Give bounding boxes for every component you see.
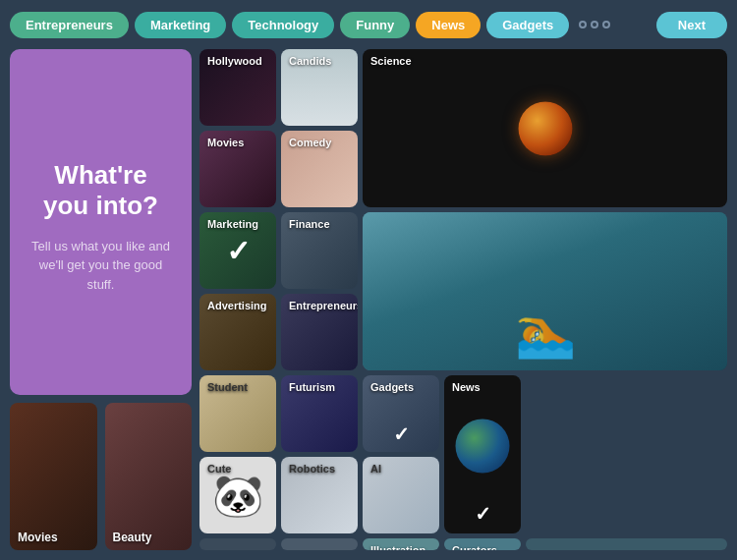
nav-dots <box>579 21 610 28</box>
card-science[interactable]: Science <box>363 49 727 207</box>
card-ai-label: AI <box>370 463 381 475</box>
card-student[interactable]: Student <box>199 375 276 452</box>
card-bottom-2[interactable] <box>281 538 358 550</box>
nav-pill-entrepreneurs[interactable]: Entrepreneurs <box>10 12 129 38</box>
bottom-left-cards: Movies Beauty <box>10 403 192 550</box>
card-marketing-label: Marketing <box>207 218 258 230</box>
card-candids-label: Candids <box>289 55 331 67</box>
card-entrepreneurs-label: Entrepreneurs <box>289 300 358 311</box>
card-movies-bottom[interactable]: Movies <box>10 403 97 550</box>
card-news-label: News <box>452 381 481 393</box>
nav-pill-news[interactable]: News <box>416 12 481 38</box>
card-curators[interactable]: Curators <box>444 538 521 550</box>
card-entrepreneurs[interactable]: Entrepreneurs <box>281 294 358 370</box>
nav-dot-2 <box>591 21 598 28</box>
grid-rows-3-4: Marketing ✓ Finance Fashion 🏊 Advertisin… <box>199 212 727 370</box>
gadgets-checkmark: ✓ <box>393 422 410 446</box>
intro-card: What're you into? Tell us what you like … <box>10 49 192 395</box>
card-fashion[interactable]: Fashion 🏊 <box>363 212 727 370</box>
card-bottom-5[interactable] <box>526 538 727 550</box>
card-beauty-label: Beauty <box>113 531 152 544</box>
card-illustration[interactable]: Illustration <box>363 538 439 550</box>
card-cute-label: Cute <box>207 463 231 475</box>
card-movies[interactable]: Movies <box>199 131 276 207</box>
top-navigation: Entrepreneurs Marketing Technology Funny… <box>0 0 737 49</box>
next-button[interactable]: Next <box>656 12 727 38</box>
grid-rows-1-2: Hollywood Candids Science Movies Comedy <box>199 49 727 207</box>
nav-pill-marketing[interactable]: Marketing <box>135 12 226 38</box>
card-finance[interactable]: Finance <box>281 212 358 289</box>
grid-row-bottom: Illustration Curators <box>199 538 727 550</box>
nav-pill-funny[interactable]: Funny <box>340 12 410 38</box>
card-illustration-label: Illustration <box>370 544 425 550</box>
main-content: What're you into? Tell us what you like … <box>0 49 737 560</box>
card-movies-label: Movies <box>18 531 58 544</box>
card-curators-label: Curators <box>452 544 497 550</box>
nav-pill-technology[interactable]: Technology <box>232 12 334 38</box>
grid-area: Hollywood Candids Science Movies Comedy <box>199 49 727 550</box>
card-hollywood-label: Hollywood <box>207 55 262 67</box>
card-advertising[interactable]: Advertising <box>199 294 276 370</box>
nav-pill-gadgets[interactable]: Gadgets <box>486 12 569 38</box>
marketing-checkmark: ✓ <box>226 234 251 268</box>
card-futurism-label: Futurism <box>289 381 335 393</box>
card-news[interactable]: News ✓ <box>444 375 521 533</box>
nav-dot-3 <box>602 21 610 28</box>
card-marketing[interactable]: Marketing ✓ <box>199 212 276 289</box>
card-advertising-label: Advertising <box>207 300 267 311</box>
intro-heading: What're you into? <box>29 160 172 221</box>
card-candids[interactable]: Candids <box>281 49 358 126</box>
card-gadgets[interactable]: Gadgets ✓ <box>363 375 439 452</box>
nav-dot-1 <box>579 21 587 28</box>
card-robotics[interactable]: Robotics <box>281 457 358 533</box>
card-comedy-label: Comedy <box>289 137 331 148</box>
card-gadgets-label: Gadgets <box>370 381 414 393</box>
card-cute[interactable]: 🐼 Cute <box>199 457 276 533</box>
card-student-label: Student <box>207 381 248 393</box>
card-comedy[interactable]: Comedy <box>281 131 358 207</box>
fashion-figure: 🏊 <box>515 304 576 361</box>
left-panel: What're you into? Tell us what you like … <box>10 49 192 550</box>
card-finance-label: Finance <box>289 218 330 230</box>
card-hollywood[interactable]: Hollywood <box>199 49 276 126</box>
intro-body: Tell us what you like and we'll get you … <box>29 237 172 295</box>
card-ai[interactable]: AI <box>363 457 439 533</box>
card-beauty[interactable]: Beauty <box>105 403 193 550</box>
news-earth <box>456 420 510 474</box>
card-movies-label: Movies <box>207 137 244 148</box>
card-robotics-label: Robotics <box>289 463 335 475</box>
card-futurism[interactable]: Futurism <box>281 375 358 452</box>
card-bottom-1[interactable] <box>199 538 276 550</box>
grid-rows-5-6: Student Futurism Gadgets ✓ News ✓ 🐼 <box>199 375 727 533</box>
news-checkmark: ✓ <box>475 502 491 526</box>
science-planet <box>518 101 572 155</box>
card-science-label: Science <box>370 55 412 67</box>
